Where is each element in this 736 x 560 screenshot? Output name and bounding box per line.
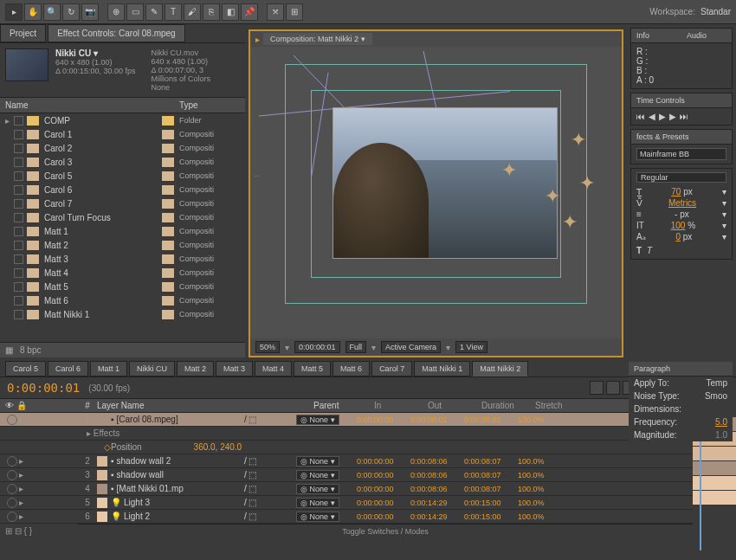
item-checkbox[interactable] xyxy=(14,144,23,153)
text-tool[interactable]: T xyxy=(165,3,182,21)
zoom-tool[interactable]: 🔍 xyxy=(43,3,61,21)
tab-effect-controls[interactable]: Effect Controls: Carol 08.mpeg xyxy=(48,24,185,42)
eraser-tool[interactable]: ◧ xyxy=(222,3,239,21)
kerning-dropdown[interactable]: Metrics xyxy=(668,198,696,208)
project-item[interactable]: Carol 3Compositi xyxy=(0,155,245,169)
bold-button[interactable]: T xyxy=(636,246,642,255)
tab-audio[interactable]: Audio xyxy=(681,29,732,43)
rotate-tool[interactable]: ↻ xyxy=(62,3,80,21)
vertical-scale[interactable]: 100 xyxy=(671,221,686,230)
item-checkbox[interactable] xyxy=(14,268,23,278)
item-checkbox[interactable] xyxy=(14,158,23,167)
parent-dropdown[interactable]: ◎ None ▾ xyxy=(296,498,339,508)
hdr-layer-name[interactable]: Layer Name xyxy=(97,401,261,410)
stroke-width[interactable]: - px xyxy=(675,209,689,219)
project-list[interactable]: ▸COMPFolderCarol 1CompositiCarol 2Compos… xyxy=(0,113,245,342)
selected-name[interactable]: Nikki CU ▾ xyxy=(55,48,145,58)
baseline-shift[interactable]: 0 xyxy=(675,232,681,241)
parent-dropdown[interactable]: ◎ None ▾ xyxy=(296,512,339,522)
last-frame-button[interactable]: ⏭ xyxy=(680,112,688,121)
camera-tool[interactable]: 📷 xyxy=(81,3,99,21)
timeline-tab[interactable]: Matt 4 xyxy=(255,361,292,377)
layer-row[interactable]: ▸ Effects xyxy=(0,427,693,441)
prev-frame-button[interactable]: ◀ xyxy=(649,112,655,121)
camera-dropdown[interactable]: Active Camera xyxy=(381,341,441,353)
hdr-out[interactable]: Out xyxy=(428,401,481,410)
dropdown-icon[interactable]: ▾ xyxy=(722,187,726,196)
item-checkbox[interactable] xyxy=(14,227,23,236)
hdr-in[interactable]: In xyxy=(374,401,428,410)
composition-viewer[interactable]: ✦ ✦ ✦ ✦ ✦ xyxy=(250,47,622,338)
font-size[interactable]: 70 xyxy=(671,187,681,196)
play-button[interactable]: ▶ xyxy=(659,112,666,121)
current-timecode[interactable]: 0:00:00:01 xyxy=(7,381,80,395)
item-checkbox[interactable] xyxy=(14,254,23,264)
next-frame-button[interactable]: ▶ xyxy=(669,112,676,121)
resolution-dropdown[interactable]: Full xyxy=(345,341,367,353)
noise-type-value[interactable]: Smoo xyxy=(705,391,727,401)
new-comp-icon[interactable]: ▦ xyxy=(5,345,13,355)
parent-dropdown[interactable]: ◎ None ▾ xyxy=(296,484,339,494)
puppet-tool[interactable]: 📌 xyxy=(241,3,258,21)
visibility-toggle[interactable] xyxy=(7,512,17,522)
item-checkbox[interactable] xyxy=(14,199,23,209)
timeline-tab[interactable]: Nikki CU xyxy=(129,361,175,377)
timeline-tab[interactable]: Matt 1 xyxy=(90,361,127,377)
hdr-stretch[interactable]: Stretch xyxy=(535,401,589,410)
italic-button[interactable]: T xyxy=(647,246,652,255)
item-checkbox[interactable] xyxy=(14,213,23,222)
project-item[interactable]: Matt Nikki 1Compositi xyxy=(0,307,245,321)
project-item[interactable]: Matt 2Compositi xyxy=(0,238,245,252)
layer-row[interactable]: ▸6💡Light 2/⬚◎ None ▾0:00:00:000:00:14:29… xyxy=(0,510,693,524)
hdr-duration[interactable]: Duration xyxy=(481,401,535,410)
item-checkbox[interactable] xyxy=(14,310,23,319)
visibility-toggle[interactable] xyxy=(7,498,17,508)
selection-tool[interactable]: ▸ xyxy=(5,3,23,21)
col-header-type[interactable]: Type xyxy=(179,100,240,110)
project-item[interactable]: Carol 7Compositi xyxy=(0,196,245,210)
pen-tool[interactable]: ✎ xyxy=(145,3,163,21)
item-checkbox[interactable] xyxy=(14,282,23,292)
hand-tool[interactable]: ✋ xyxy=(24,3,42,21)
world-axis-tool[interactable]: ⊞ xyxy=(286,3,303,21)
comp-tab[interactable]: Composition: Matt Nikki 2 ▾ xyxy=(263,33,372,45)
project-item[interactable]: Carol 5Compositi xyxy=(0,169,245,183)
project-item[interactable]: Matt 4Compositi xyxy=(0,266,245,280)
parent-dropdown[interactable]: ◎ None ▾ xyxy=(296,415,339,425)
effects-search[interactable] xyxy=(636,148,726,160)
workspace-dropdown[interactable]: Standar xyxy=(700,7,731,16)
tab-effects-presets[interactable]: fects & Presets xyxy=(631,130,732,145)
timeline-tab[interactable]: Carol 5 xyxy=(5,361,46,377)
tab-project[interactable]: Project xyxy=(0,24,46,42)
item-checkbox[interactable] xyxy=(14,241,23,250)
view-dropdown[interactable]: 1 View xyxy=(455,341,487,353)
timeline-tab[interactable]: Matt 5 xyxy=(294,361,331,377)
layer-row[interactable]: ▸5💡Light 3/⬚◎ None ▾0:00:00:000:00:14:29… xyxy=(0,496,693,510)
hdr-num[interactable]: # xyxy=(78,401,97,410)
pan-behind-tool[interactable]: ⊕ xyxy=(107,3,125,21)
timeline-tab[interactable]: Matt Nikki 2 xyxy=(472,361,528,377)
parent-dropdown[interactable]: ◎ None ▾ xyxy=(296,470,339,480)
item-checkbox[interactable] xyxy=(14,296,23,306)
visibility-toggle[interactable] xyxy=(7,456,17,467)
project-item[interactable]: Carol 1Compositi xyxy=(0,127,245,141)
magnitude-value[interactable]: 1.0 xyxy=(715,430,727,440)
tab-time-controls[interactable]: Time Controls xyxy=(631,93,732,108)
layer-row[interactable]: ▸2▪shadow wall 2/⬚◎ None ▾0:00:00:000:00… xyxy=(0,454,693,468)
layer-row[interactable]: ▸3▪shadow wall/⬚◎ None ▾0:00:00:000:00:0… xyxy=(0,468,693,482)
project-item[interactable]: Matt 5Compositi xyxy=(0,280,245,293)
tl-tool-2[interactable] xyxy=(606,381,620,395)
visibility-toggle[interactable] xyxy=(7,415,17,425)
bpc-toggle[interactable]: 8 bpc xyxy=(20,345,41,355)
font-style-dropdown[interactable]: Regular xyxy=(636,172,726,183)
first-frame-button[interactable]: ⏮ xyxy=(636,112,645,121)
project-item[interactable]: Carol 2Compositi xyxy=(0,141,245,155)
clone-tool[interactable]: ⎘ xyxy=(203,3,220,21)
layer-row[interactable]: ▸1▪[Carol 08.mpeg]/⬚◎ None ▾0:00:00:000:… xyxy=(0,413,693,427)
parent-dropdown[interactable]: ◎ None ▾ xyxy=(296,456,339,467)
tab-info[interactable]: Info xyxy=(631,29,681,43)
project-item[interactable]: Matt 1Compositi xyxy=(0,224,245,238)
item-checkbox[interactable] xyxy=(14,116,23,126)
tab-paragraph[interactable]: Paragraph xyxy=(629,362,733,377)
timeline-tab[interactable]: Carol 6 xyxy=(48,361,88,377)
